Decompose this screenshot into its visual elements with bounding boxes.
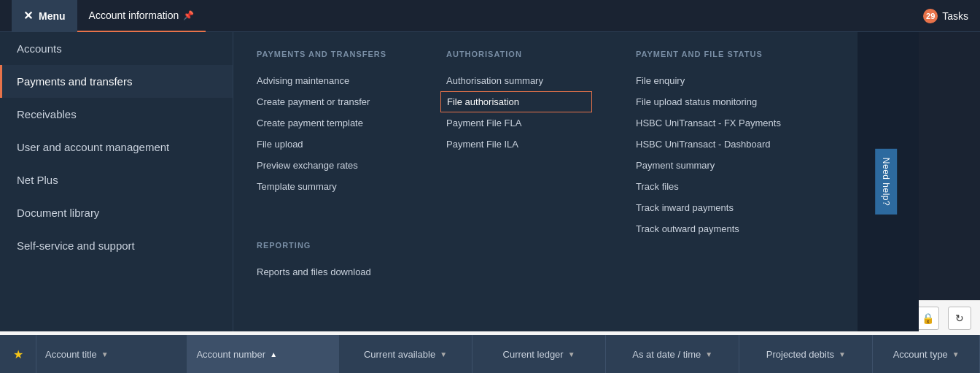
pin-icon: 📌	[183, 10, 194, 20]
menu-button[interactable]: ✕ Menu	[12, 0, 77, 32]
sidebar-item-document-library[interactable]: Document library	[0, 196, 233, 229]
menu-item-preview-rates[interactable]: Preview exchange rates	[257, 155, 402, 176]
sort-down-icon-5: ▼	[839, 350, 846, 358]
close-icon: ✕	[23, 9, 33, 23]
account-info-tab[interactable]: Account information 📌	[77, 0, 206, 32]
th-current-ledger[interactable]: Current ledger ▼	[472, 335, 606, 373]
menu-item-auth-summary[interactable]: Authorisation summary	[446, 70, 592, 91]
menu-item-payment-summary[interactable]: Payment summary	[636, 155, 782, 176]
th-current-available-label: Current available	[364, 349, 435, 360]
reporting-title: REPORTING	[257, 241, 402, 250]
menu-item-file-enquiry[interactable]: File enquiry	[636, 70, 782, 91]
th-projected-debits[interactable]: Projected debits ▼	[739, 335, 873, 373]
sidebar-item-net-plus[interactable]: Net Plus	[0, 164, 233, 196]
print-button[interactable]: 🔒	[916, 307, 939, 330]
th-as-at-date[interactable]: As at date / time ▼	[606, 335, 739, 373]
tasks-badge: 29	[923, 9, 938, 23]
lock-icon: 🔒	[922, 312, 934, 324]
menu-item-file-upload[interactable]: File upload	[257, 134, 402, 155]
menu-item-advising-maintenance[interactable]: Advising maintenance	[257, 70, 402, 91]
payments-transfers-section: PAYMENTS AND TRANSFERS Advising maintena…	[257, 50, 402, 314]
sort-up-icon: ▲	[270, 350, 277, 358]
menu-item-unitransact-fx[interactable]: HSBC UniTransact - FX Payments	[636, 112, 782, 134]
payments-transfers-items: Advising maintenance Create payment or t…	[257, 70, 402, 197]
tasks-label: Tasks	[942, 10, 968, 22]
th-star[interactable]: ★	[0, 335, 36, 373]
menu-label: Menu	[39, 10, 66, 22]
th-account-number[interactable]: Account number ▲	[187, 335, 338, 373]
authorisation-items: Authorisation summary File authorisation…	[446, 70, 592, 155]
payment-file-status-section: PAYMENT AND FILE STATUS File enquiry Fil…	[636, 50, 782, 314]
sort-down-icon-2: ▼	[440, 350, 447, 358]
th-account-type-label: Account type	[893, 349, 948, 360]
sidebar-item-self-service[interactable]: Self-service and support	[0, 229, 233, 262]
sidebar-item-payments-transfers[interactable]: Payments and transfers	[0, 65, 233, 98]
dropdown-overlay: Accounts Payments and transfers Receivab…	[0, 32, 919, 331]
need-help-tab[interactable]: Need help?	[875, 149, 897, 215]
th-account-title-label: Account title	[45, 349, 97, 360]
refresh-button[interactable]: ↻	[948, 307, 971, 330]
th-account-number-label: Account number	[196, 349, 265, 360]
menu-item-create-payment[interactable]: Create payment or transfer	[257, 91, 402, 112]
top-bar-right: 29 Tasks	[923, 9, 968, 23]
menu-item-file-upload-status[interactable]: File upload status monitoring	[636, 91, 782, 112]
sidebar-item-user-account-management[interactable]: User and account management	[0, 131, 233, 164]
payments-transfers-title: PAYMENTS AND TRANSFERS	[257, 50, 402, 58]
sort-down-icon-3: ▼	[568, 350, 575, 358]
menu-item-unitransact-dashboard[interactable]: HSBC UniTransact - Dashboard	[636, 134, 782, 155]
menu-item-reports-download[interactable]: Reports and files download	[257, 261, 402, 282]
top-bar-left: ✕ Menu Account information 📌	[12, 0, 206, 32]
reporting-items: Reports and files download	[257, 261, 402, 282]
th-current-available[interactable]: Current available ▼	[339, 335, 472, 373]
th-as-at-date-label: As at date / time	[632, 349, 701, 360]
menu-item-file-authorisation[interactable]: File authorisation	[440, 91, 592, 112]
menu-item-track-files[interactable]: Track files	[636, 176, 782, 197]
menu-item-payment-ila[interactable]: Payment File ILA	[446, 134, 592, 155]
sidebar-item-accounts[interactable]: Accounts	[0, 32, 233, 65]
authorisation-title: AUTHORISATION	[446, 50, 592, 58]
sort-down-icon-4: ▼	[705, 350, 712, 358]
sidebar-item-receivables[interactable]: Receivables	[0, 98, 233, 131]
payment-file-status-title: PAYMENT AND FILE STATUS	[636, 50, 782, 58]
table-header: ★ Account title ▼ Account number ▲ Curre…	[0, 335, 980, 373]
th-projected-debits-label: Projected debits	[766, 349, 834, 360]
menu-item-template-summary[interactable]: Template summary	[257, 176, 402, 197]
refresh-icon: ↻	[955, 312, 964, 324]
menu-item-track-outward[interactable]: Track outward payments	[636, 218, 782, 239]
menu-item-track-inward[interactable]: Track inward payments	[636, 197, 782, 218]
authorisation-section: AUTHORISATION Authorisation summary File…	[446, 50, 592, 314]
th-current-ledger-label: Current ledger	[503, 349, 564, 360]
th-account-type[interactable]: Account type ▼	[873, 335, 980, 373]
reporting-section: REPORTING Reports and files download	[257, 241, 402, 282]
payment-file-status-items: File enquiry File upload status monitori…	[636, 70, 782, 239]
top-bar: ✕ Menu Account information 📌 29 Tasks	[0, 0, 980, 32]
sort-down-icon-6: ▼	[952, 350, 960, 358]
right-panel-hint: Need help?	[858, 32, 919, 331]
dropdown-content: PAYMENTS AND TRANSFERS Advising maintena…	[233, 32, 858, 331]
th-account-title[interactable]: Account title ▼	[36, 335, 187, 373]
tasks-button[interactable]: 29 Tasks	[923, 9, 968, 23]
menu-item-payment-fla[interactable]: Payment File FLA	[446, 112, 592, 134]
sort-down-icon: ▼	[101, 350, 109, 358]
account-info-label: Account information	[89, 9, 179, 21]
menu-item-create-template[interactable]: Create payment template	[257, 112, 402, 134]
sidebar: Accounts Payments and transfers Receivab…	[0, 32, 233, 331]
